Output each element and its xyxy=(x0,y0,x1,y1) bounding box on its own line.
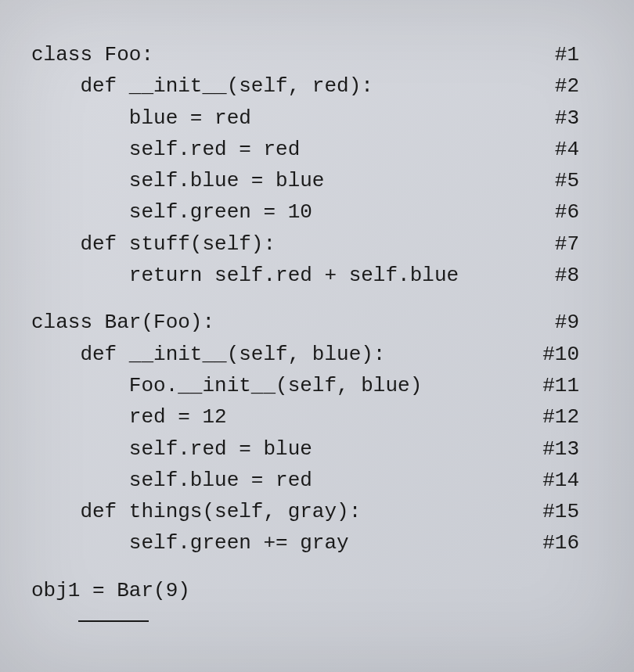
code-line: self.blue = red#14 xyxy=(31,465,603,496)
code-text: self.green += gray xyxy=(31,527,349,559)
code-line: self.green += gray#16 xyxy=(31,527,603,559)
code-text: def __init__(self, blue): xyxy=(31,339,385,370)
line-annotation: #7 xyxy=(539,228,603,260)
line-annotation: #5 xyxy=(539,165,603,196)
code-line: def __init__(self, blue):#10 xyxy=(31,339,603,370)
line-annotation: #3 xyxy=(539,102,603,134)
line-annotation: #8 xyxy=(539,260,603,291)
code-text: def stuff(self): xyxy=(31,228,276,260)
code-text: class Bar(Foo): xyxy=(31,307,214,338)
code-line: class Foo:#1 xyxy=(31,39,603,70)
code-line: self.red = blue#13 xyxy=(31,433,603,465)
line-annotation: #10 xyxy=(527,339,603,370)
line-annotation: #13 xyxy=(527,433,603,465)
blank-line xyxy=(31,559,603,575)
line-annotation: #14 xyxy=(527,465,603,496)
code-text: obj1 = Bar(9) xyxy=(31,575,190,606)
code-line: blue = red#3 xyxy=(31,102,603,134)
code-text: Foo.__init__(self, blue) xyxy=(31,370,422,401)
answer-blank-line xyxy=(78,620,149,622)
code-line: def stuff(self):#7 xyxy=(31,228,603,260)
code-text: return self.red + self.blue xyxy=(31,260,459,291)
line-annotation: #15 xyxy=(527,496,603,527)
code-line: return self.red + self.blue#8 xyxy=(31,260,603,291)
code-line: def things(self, gray):#15 xyxy=(31,496,603,527)
line-annotation: #4 xyxy=(539,134,603,165)
code-line: self.blue = blue#5 xyxy=(31,165,603,196)
code-text: def things(self, gray): xyxy=(31,496,361,527)
line-annotation: #2 xyxy=(539,70,603,102)
code-line: Foo.__init__(self, blue)#11 xyxy=(31,370,603,401)
code-line: def __init__(self, red):#2 xyxy=(31,70,603,102)
line-annotation: #12 xyxy=(527,401,603,433)
code-text: red = 12 xyxy=(31,401,227,433)
line-annotation: #11 xyxy=(527,370,603,401)
code-line: obj1 = Bar(9) xyxy=(31,575,603,606)
code-line: red = 12#12 xyxy=(31,401,603,433)
line-annotation: #1 xyxy=(539,39,603,70)
code-line: self.green = 10#6 xyxy=(31,196,603,228)
blank-line xyxy=(31,291,603,307)
code-text: self.red = red xyxy=(31,134,300,165)
code-text: blue = red xyxy=(31,102,251,134)
code-line: class Bar(Foo):#9 xyxy=(31,307,603,338)
code-text: class Foo: xyxy=(31,39,153,70)
code-text: def __init__(self, red): xyxy=(31,70,373,102)
line-annotation: #16 xyxy=(527,527,603,559)
code-text: self.red = blue xyxy=(31,433,312,465)
line-annotation: #6 xyxy=(539,196,603,228)
line-annotation: #9 xyxy=(539,307,603,338)
code-text: self.green = 10 xyxy=(31,196,312,228)
code-line: self.red = red#4 xyxy=(31,134,603,165)
code-text: self.blue = blue xyxy=(31,165,324,196)
code-block: class Foo:#1 def __init__(self, red):#2 … xyxy=(31,39,603,606)
code-text: self.blue = red xyxy=(31,465,312,496)
